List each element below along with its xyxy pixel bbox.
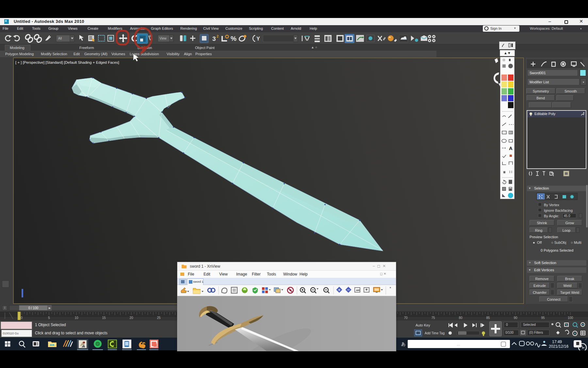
svg-text:あ: あ bbox=[401, 342, 405, 346]
svg-text:75: 75 bbox=[431, 316, 435, 320]
svg-text:0: 0 bbox=[21, 316, 23, 320]
svg-text:%: % bbox=[231, 35, 237, 42]
svg-text:A: A bbox=[509, 145, 513, 151]
svg-text:85: 85 bbox=[486, 316, 490, 320]
svg-text:2: 2 bbox=[217, 34, 219, 38]
svg-text:25: 25 bbox=[157, 316, 161, 320]
svg-text:100: 100 bbox=[568, 316, 573, 320]
svg-text:90: 90 bbox=[514, 316, 517, 320]
svg-text:95: 95 bbox=[541, 316, 545, 320]
svg-text:70: 70 bbox=[404, 316, 408, 320]
svg-text:…: … bbox=[457, 342, 460, 346]
svg-text:10: 10 bbox=[74, 316, 78, 320]
svg-text:80: 80 bbox=[459, 316, 463, 320]
svg-text:3: 3 bbox=[212, 35, 216, 42]
svg-text:15: 15 bbox=[102, 316, 106, 320]
svg-text:All: All bbox=[58, 37, 62, 40]
svg-text:Y: Y bbox=[256, 36, 260, 42]
svg-text:View: View bbox=[159, 37, 167, 40]
svg-text:2021/12/16: 2021/12/16 bbox=[549, 344, 568, 349]
svg-text:20: 20 bbox=[129, 316, 133, 320]
svg-text:5: 5 bbox=[48, 316, 50, 320]
svg-text:17:49: 17:49 bbox=[552, 340, 562, 344]
